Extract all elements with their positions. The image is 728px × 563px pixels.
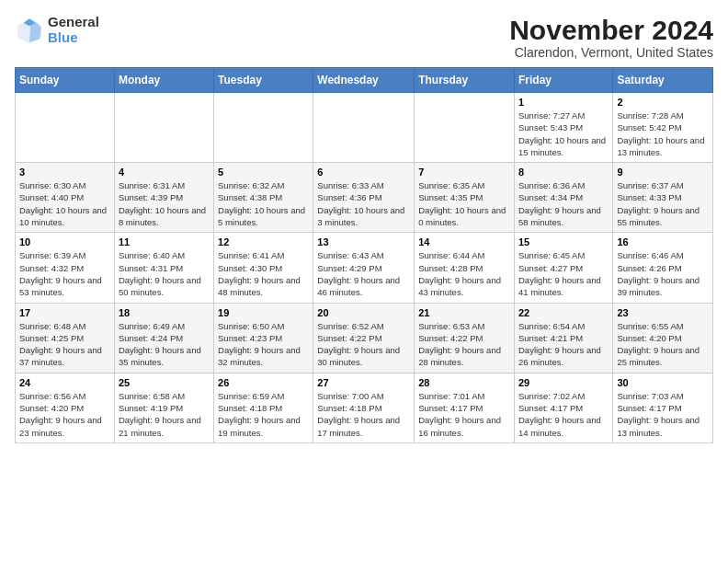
- calendar-week-row: 10Sunrise: 6:39 AM Sunset: 4:32 PM Dayli…: [16, 233, 713, 303]
- calendar-cell: 8Sunrise: 6:36 AM Sunset: 4:34 PM Daylig…: [514, 163, 612, 233]
- day-info: Sunrise: 6:43 AM Sunset: 4:29 PM Dayligh…: [317, 249, 410, 298]
- day-number: 26: [218, 377, 309, 388]
- day-number: 15: [518, 236, 609, 247]
- day-number: 24: [19, 377, 110, 388]
- day-info: Sunrise: 6:52 AM Sunset: 4:22 PM Dayligh…: [317, 320, 410, 369]
- day-number: 2: [617, 97, 709, 108]
- day-number: 27: [317, 377, 410, 388]
- page-title: November 2024: [509, 15, 713, 45]
- day-number: 20: [317, 307, 410, 318]
- logo-general: General: [48, 15, 99, 30]
- day-number: 4: [119, 167, 210, 178]
- calendar-cell: 9Sunrise: 6:37 AM Sunset: 4:33 PM Daylig…: [613, 163, 713, 233]
- day-number: 18: [119, 307, 210, 318]
- calendar-cell: 28Sunrise: 7:01 AM Sunset: 4:17 PM Dayli…: [415, 373, 515, 442]
- day-number: 11: [119, 236, 210, 247]
- day-info: Sunrise: 6:49 AM Sunset: 4:24 PM Dayligh…: [119, 320, 210, 369]
- day-number: 21: [418, 307, 510, 318]
- day-number: 17: [19, 307, 110, 318]
- weekday-header: Tuesday: [214, 68, 313, 93]
- day-info: Sunrise: 6:30 AM Sunset: 4:40 PM Dayligh…: [19, 179, 110, 228]
- day-info: Sunrise: 6:41 AM Sunset: 4:30 PM Dayligh…: [218, 249, 309, 298]
- calendar-cell: 2Sunrise: 7:28 AM Sunset: 5:42 PM Daylig…: [613, 93, 713, 163]
- calendar-cell: 19Sunrise: 6:50 AM Sunset: 4:23 PM Dayli…: [214, 303, 313, 373]
- calendar-cell: 27Sunrise: 7:00 AM Sunset: 4:18 PM Dayli…: [313, 373, 415, 442]
- day-number: 13: [317, 236, 410, 247]
- logo-icon: [15, 16, 44, 45]
- day-info: Sunrise: 6:50 AM Sunset: 4:23 PM Dayligh…: [218, 320, 309, 369]
- day-number: 7: [418, 167, 510, 178]
- weekday-header: Thursday: [415, 68, 515, 93]
- day-number: 14: [418, 236, 510, 247]
- weekday-header: Saturday: [613, 68, 713, 93]
- calendar-cell: 25Sunrise: 6:58 AM Sunset: 4:19 PM Dayli…: [114, 373, 213, 442]
- logo-text: General Blue: [48, 15, 99, 45]
- day-info: Sunrise: 7:28 AM Sunset: 5:42 PM Dayligh…: [617, 109, 709, 158]
- day-number: 3: [19, 167, 110, 178]
- calendar-cell: 10Sunrise: 6:39 AM Sunset: 4:32 PM Dayli…: [16, 233, 115, 303]
- day-info: Sunrise: 6:53 AM Sunset: 4:22 PM Dayligh…: [418, 320, 510, 369]
- calendar-week-row: 3Sunrise: 6:30 AM Sunset: 4:40 PM Daylig…: [16, 163, 713, 233]
- logo-blue: Blue: [48, 30, 99, 46]
- calendar-cell: 13Sunrise: 6:43 AM Sunset: 4:29 PM Dayli…: [313, 233, 415, 303]
- day-info: Sunrise: 6:32 AM Sunset: 4:38 PM Dayligh…: [218, 179, 309, 228]
- calendar-table: SundayMondayTuesdayWednesdayThursdayFrid…: [15, 67, 713, 443]
- day-info: Sunrise: 7:02 AM Sunset: 4:17 PM Dayligh…: [518, 390, 609, 439]
- calendar-cell: 29Sunrise: 7:02 AM Sunset: 4:17 PM Dayli…: [514, 373, 612, 442]
- page-subtitle: Clarendon, Vermont, United States: [509, 45, 713, 60]
- day-number: 19: [218, 307, 309, 318]
- day-info: Sunrise: 6:37 AM Sunset: 4:33 PM Dayligh…: [617, 179, 709, 228]
- logo: General Blue: [15, 15, 99, 45]
- calendar-cell: 14Sunrise: 6:44 AM Sunset: 4:28 PM Dayli…: [415, 233, 515, 303]
- day-number: 1: [518, 97, 609, 108]
- calendar-week-row: 1Sunrise: 7:27 AM Sunset: 5:43 PM Daylig…: [16, 93, 713, 163]
- calendar-cell: 22Sunrise: 6:54 AM Sunset: 4:21 PM Dayli…: [514, 303, 612, 373]
- calendar-cell: 24Sunrise: 6:56 AM Sunset: 4:20 PM Dayli…: [16, 373, 115, 442]
- calendar-cell: [214, 93, 313, 163]
- calendar-cell: [415, 93, 515, 163]
- day-info: Sunrise: 6:46 AM Sunset: 4:26 PM Dayligh…: [617, 249, 709, 298]
- calendar-cell: [114, 93, 213, 163]
- calendar-cell: [16, 93, 115, 163]
- day-number: 22: [518, 307, 609, 318]
- calendar-cell: 30Sunrise: 7:03 AM Sunset: 4:17 PM Dayli…: [613, 373, 713, 442]
- calendar-cell: 3Sunrise: 6:30 AM Sunset: 4:40 PM Daylig…: [16, 163, 115, 233]
- calendar-cell: 18Sunrise: 6:49 AM Sunset: 4:24 PM Dayli…: [114, 303, 213, 373]
- day-info: Sunrise: 6:58 AM Sunset: 4:19 PM Dayligh…: [119, 390, 210, 439]
- calendar-cell: 15Sunrise: 6:45 AM Sunset: 4:27 PM Dayli…: [514, 233, 612, 303]
- day-number: 8: [518, 167, 609, 178]
- day-info: Sunrise: 6:33 AM Sunset: 4:36 PM Dayligh…: [317, 179, 410, 228]
- day-info: Sunrise: 7:01 AM Sunset: 4:17 PM Dayligh…: [418, 390, 510, 439]
- day-info: Sunrise: 6:39 AM Sunset: 4:32 PM Dayligh…: [19, 249, 110, 298]
- day-number: 12: [218, 236, 309, 247]
- calendar-week-row: 17Sunrise: 6:48 AM Sunset: 4:25 PM Dayli…: [16, 303, 713, 373]
- calendar-header: SundayMondayTuesdayWednesdayThursdayFrid…: [16, 68, 713, 93]
- weekday-header: Sunday: [16, 68, 115, 93]
- day-number: 29: [518, 377, 609, 388]
- header: General Blue November 2024 Clarendon, Ve…: [15, 15, 713, 60]
- day-number: 25: [119, 377, 210, 388]
- day-number: 6: [317, 167, 410, 178]
- calendar-cell: 23Sunrise: 6:55 AM Sunset: 4:20 PM Dayli…: [613, 303, 713, 373]
- day-info: Sunrise: 7:03 AM Sunset: 4:17 PM Dayligh…: [617, 390, 709, 439]
- day-info: Sunrise: 6:56 AM Sunset: 4:20 PM Dayligh…: [19, 390, 110, 439]
- day-info: Sunrise: 6:59 AM Sunset: 4:18 PM Dayligh…: [218, 390, 309, 439]
- calendar-cell: 6Sunrise: 6:33 AM Sunset: 4:36 PM Daylig…: [313, 163, 415, 233]
- calendar-cell: 11Sunrise: 6:40 AM Sunset: 4:31 PM Dayli…: [114, 233, 213, 303]
- calendar-cell: 20Sunrise: 6:52 AM Sunset: 4:22 PM Dayli…: [313, 303, 415, 373]
- weekday-header: Friday: [514, 68, 612, 93]
- calendar-body: 1Sunrise: 7:27 AM Sunset: 5:43 PM Daylig…: [16, 93, 713, 443]
- calendar-week-row: 24Sunrise: 6:56 AM Sunset: 4:20 PM Dayli…: [16, 373, 713, 442]
- calendar-cell: 4Sunrise: 6:31 AM Sunset: 4:39 PM Daylig…: [114, 163, 213, 233]
- day-number: 16: [617, 236, 709, 247]
- day-info: Sunrise: 6:31 AM Sunset: 4:39 PM Dayligh…: [119, 179, 210, 228]
- calendar-cell: 7Sunrise: 6:35 AM Sunset: 4:35 PM Daylig…: [415, 163, 515, 233]
- weekday-header: Monday: [114, 68, 213, 93]
- day-info: Sunrise: 6:48 AM Sunset: 4:25 PM Dayligh…: [19, 320, 110, 369]
- calendar-cell: 21Sunrise: 6:53 AM Sunset: 4:22 PM Dayli…: [415, 303, 515, 373]
- day-info: Sunrise: 6:36 AM Sunset: 4:34 PM Dayligh…: [518, 179, 609, 228]
- title-area: November 2024 Clarendon, Vermont, United…: [509, 15, 713, 60]
- day-number: 23: [617, 307, 709, 318]
- day-info: Sunrise: 6:45 AM Sunset: 4:27 PM Dayligh…: [518, 249, 609, 298]
- calendar-cell: 12Sunrise: 6:41 AM Sunset: 4:30 PM Dayli…: [214, 233, 313, 303]
